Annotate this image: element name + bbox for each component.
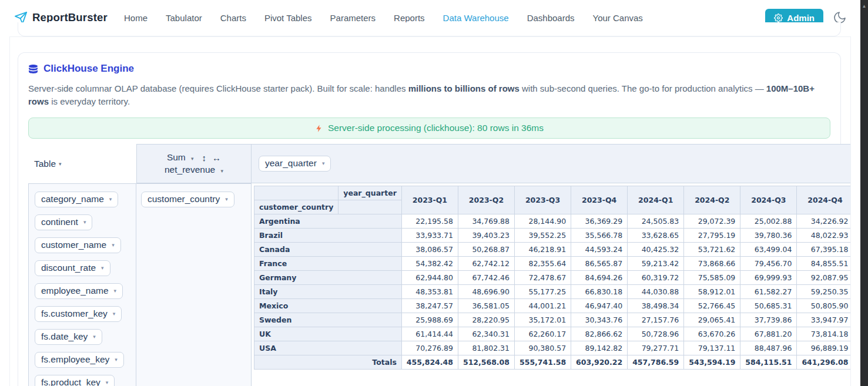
field-pill-fs-employee-key[interactable]: fs.employee_key▾ [35,352,124,368]
filter-dropdown-icon[interactable]: ▾ [113,311,116,317]
engine-description-segment: Server-side columnar OLAP database (requ… [28,83,408,93]
field-pill-customer-name[interactable]: customer_name▾ [35,237,121,253]
value-cell: 60,319.72 [628,271,684,285]
corner-blank-cell [254,186,339,200]
value-cell: 62,260.17 [515,327,571,341]
nav-item-home[interactable]: Home [124,13,148,23]
database-icon [28,64,38,74]
value-cell: 75,585.09 [684,271,740,285]
col-header-2024-q3: 2024-Q3 [740,186,797,214]
row-order-button[interactable]: ↕ [202,153,207,163]
filter-dropdown-icon[interactable]: ▾ [83,219,86,225]
nav-item-dashboards[interactable]: Dashboards [527,13,575,23]
value-cell: 39,552.25 [515,229,571,243]
filter-dropdown-icon[interactable]: ▾ [115,357,118,362]
value-cell: 96,889.19 [797,341,851,355]
table-row-argentina: Argentina22,195.5834,769.8828,144.9036,3… [254,214,852,229]
value-cell: 36,581.05 [458,299,514,313]
col-header-2023-q4: 2023-Q4 [571,186,628,214]
value-cell: 24,505.83 [628,214,684,229]
value-cell: 36,369.29 [571,214,628,229]
field-pill-label: year_quarter [265,158,317,169]
filter-dropdown-icon[interactable]: ▾ [106,380,109,385]
value-cell: 22,195.58 [401,214,458,229]
value-cell: 50,268.87 [458,243,514,257]
value-cell: 88,487.96 [740,341,797,355]
aggregator-select[interactable]: Sum ▾ [167,152,194,163]
value-cell: 46,947.40 [571,299,628,313]
filter-dropdown-icon[interactable]: ▾ [93,334,96,340]
value-cell: 58,912.01 [684,285,740,299]
field-pill-customer-country[interactable]: customer_country▾ [141,192,234,207]
value-cell: 50,685.31 [740,299,797,313]
nav-item-reports[interactable]: Reports [394,13,425,23]
nav-item-tabulator[interactable]: Tabulator [166,13,202,23]
filter-dropdown-icon[interactable]: ▾ [109,196,112,202]
value-cell: 67,881.20 [740,327,797,341]
value-cell: 79,277.71 [628,341,684,355]
field-pill-label: customer_name [41,240,106,250]
field-pill-label: continent [41,217,78,227]
nav-item-your-canvas[interactable]: Your Canvas [593,13,643,23]
col-order-button[interactable]: ↔ [212,153,221,163]
row-attr-label: customer_country [254,200,339,214]
vertical-scrollbar[interactable]: ▲ [860,0,868,386]
pivot-table: year_quarter2023-Q12023-Q22023-Q32023-Q4… [254,186,851,370]
filter-dropdown-icon[interactable]: ▾ [101,265,104,271]
row-label-brazil: Brazil [254,229,402,243]
col-total-cell: 512,568.08 [458,355,514,370]
value-cell: 70,276.89 [401,341,458,355]
filter-dropdown-icon[interactable]: ▾ [114,288,117,294]
table-row-usa: USA70,276.8981,802.3190,380.5789,142.827… [254,341,852,355]
value-cell: 79,137.11 [684,341,740,355]
gear-icon [774,14,783,22]
clickhouse-engine-card: ClickHouse Engine Server-side columnar O… [18,52,841,386]
value-field-select-value: net_revenue [165,165,215,174]
table-row-brazil: Brazil33,933.7139,403.2339,552.2535,566.… [254,229,852,243]
value-cell: 63,670.26 [684,327,740,341]
row-label-mexico: Mexico [254,299,402,313]
col-attr-label: year_quarter [339,186,402,200]
field-pill-fs-customer-key[interactable]: fs.customer_key▾ [35,306,122,322]
value-cell: 29,072.39 [684,214,740,229]
nav-item-parameters[interactable]: Parameters [330,13,376,23]
field-pill-discount-rate[interactable]: discount_rate▾ [35,260,110,276]
col-header-2024-q2: 2024-Q2 [684,186,740,214]
engine-description-segment: with sub-second queries. The go-to for p… [520,83,766,93]
row-fields-area: customer_country▾ [136,183,252,386]
table-row-italy: Italy48,353.8148,696.9055,177.2566,830.1… [254,285,852,299]
filter-dropdown-icon[interactable]: ▾ [225,196,228,202]
value-cell: 48,022.93 [797,229,851,243]
value-cell: 52,766.45 [684,299,740,313]
value-cell: 27,157.76 [628,313,684,327]
field-pill-continent[interactable]: continent▾ [35,214,92,230]
row-label-usa: USA [254,341,402,355]
field-pill-fs-date-key[interactable]: fs.date_key▾ [35,329,102,345]
nav-item-charts[interactable]: Charts [220,13,246,23]
value-cell: 38,247.57 [401,299,458,313]
table-row-canada: Canada38,086.5750,268.8746,218.9144,593.… [254,243,852,257]
aggregator-area: Sum ▾ ↕ ↔ net_revenue ▾ [136,144,252,183]
field-pill-category-name[interactable]: category_name▾ [35,192,118,207]
nav-item-pivot-tables[interactable]: Pivot Tables [264,13,312,23]
field-pill-fs-product-key[interactable]: fs.product_key▾ [35,375,115,386]
value-cell: 48,353.81 [401,285,458,299]
row-label-italy: Italy [254,285,402,299]
chevron-down-icon: ▾ [191,156,194,162]
value-cell: 50,728.96 [628,327,684,341]
nav-item-data-warehouse[interactable]: Data Warehouse [443,13,509,23]
value-field-select[interactable]: net_revenue ▾ [165,165,223,174]
value-cell: 38,498.34 [628,299,684,313]
table-row-germany: Germany62,944.8067,742.4672,478.6784,694… [254,271,852,285]
renderer-select[interactable]: Table ▾ [28,144,136,183]
chevron-down-icon: ▾ [59,161,62,167]
value-cell: 73,868.66 [684,257,740,271]
table-row-uk: UK61,414.4462,340.3162,260.1782,866.6250… [254,327,852,341]
value-cell: 25,002.88 [740,214,797,229]
col-total-cell: 555,741.58 [515,355,571,370]
value-cell: 82,866.62 [571,327,628,341]
field-pill-year-quarter[interactable]: year_quarter▾ [259,156,331,172]
filter-dropdown-icon[interactable]: ▾ [322,160,325,166]
filter-dropdown-icon[interactable]: ▾ [112,242,115,248]
field-pill-employee-name[interactable]: employee_name▾ [35,283,123,299]
